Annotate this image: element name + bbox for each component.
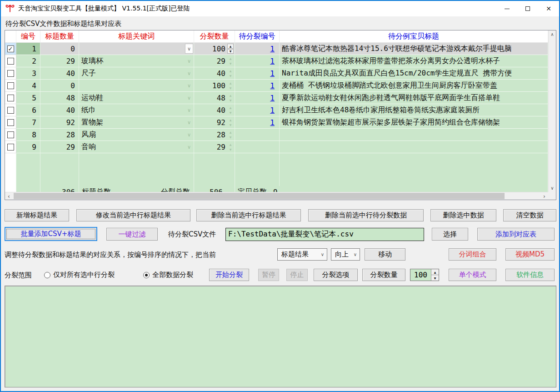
split-options-button[interactable]: 分裂选项 bbox=[314, 269, 358, 281]
close-button[interactable]: ✕ bbox=[538, 1, 559, 16]
row-checkbox-cell[interactable] bbox=[5, 129, 16, 141]
spinner-down-icon[interactable]: ▼ bbox=[227, 147, 234, 152]
row-checkbox[interactable] bbox=[7, 82, 14, 89]
row-keyword-combo[interactable]: 玻璃杯 ∨ bbox=[79, 55, 194, 67]
row-split-count[interactable]: 100 ▲ ▼ bbox=[194, 43, 235, 55]
word-combination-button[interactable]: 分词组合 bbox=[449, 248, 496, 261]
move-target-select[interactable]: 标题结果 ∨ bbox=[277, 248, 327, 261]
row-checkbox[interactable] bbox=[7, 95, 14, 101]
row-keyword-combo[interactable]: 音响 ∨ bbox=[79, 141, 194, 153]
spinner-down-icon[interactable]: ▼ bbox=[227, 49, 234, 54]
video-md5-button[interactable]: 视频MD5 bbox=[505, 248, 555, 261]
scroll-down-icon[interactable]: ∨ bbox=[549, 184, 556, 192]
header-split-no[interactable]: 待分裂编号 bbox=[235, 30, 280, 43]
move-button[interactable]: 移动 bbox=[365, 248, 405, 261]
spinner-up-icon[interactable]: ▲ bbox=[227, 56, 234, 61]
radio-split-selected-rows[interactable]: 仅对所有选中行分裂 bbox=[44, 269, 115, 281]
split-count-value[interactable]: 100 bbox=[410, 269, 431, 281]
split-no-link[interactable]: 1 bbox=[270, 94, 275, 102]
maximize-button[interactable] bbox=[517, 1, 538, 16]
row-keyword-combo[interactable]: 尺子 ∨ bbox=[79, 67, 194, 80]
row-keyword-combo[interactable]: 运动鞋 ∨ bbox=[79, 92, 194, 104]
row-keyword-combo[interactable]: 风扇 ∨ bbox=[79, 129, 194, 141]
row-checkbox-cell[interactable] bbox=[5, 80, 16, 92]
row-split-spinner[interactable]: ▲ ▼ bbox=[227, 56, 234, 66]
chevron-down-icon[interactable]: ∨ bbox=[185, 130, 193, 140]
row-split-spinner[interactable]: ▲ ▼ bbox=[227, 68, 234, 78]
row-checkbox-cell[interactable] bbox=[5, 67, 16, 80]
add-title-result-button[interactable]: 新增标题结果 bbox=[5, 209, 69, 221]
spinner-down-icon[interactable]: ▼ bbox=[227, 98, 234, 103]
delete-checked-data-button[interactable]: 删除选中数据 bbox=[430, 209, 496, 221]
spinner-up-icon[interactable]: ▲ bbox=[227, 93, 234, 98]
horizontal-scrollbar[interactable]: ‹ › bbox=[5, 192, 548, 200]
header-keyword[interactable]: 标题关键词 bbox=[79, 30, 194, 43]
row-keyword-combo[interactable]: ∨ bbox=[79, 43, 194, 55]
choose-file-button[interactable]: 选择 bbox=[432, 228, 468, 241]
table-row[interactable]: 3 40 尺子 ∨ 40 ▲ ▼ 1 Narita成田良品文具双面直尺白色15c… bbox=[5, 67, 548, 80]
row-checkbox-cell[interactable] bbox=[5, 141, 16, 153]
spinner-up-icon[interactable]: ▲ bbox=[227, 142, 234, 147]
radio-split-all-data[interactable]: 全部数据分裂 bbox=[143, 269, 193, 281]
start-split-button[interactable]: 开始分裂 bbox=[209, 269, 249, 281]
split-no-link[interactable]: 1 bbox=[270, 118, 275, 127]
row-split-count[interactable]: 29 ▲ ▼ bbox=[194, 55, 235, 67]
minimize-button[interactable] bbox=[496, 1, 517, 16]
row-checkbox[interactable] bbox=[7, 119, 14, 126]
batch-add-csv-title-button[interactable]: 批量添加CSV+标题 bbox=[5, 227, 97, 241]
spinner-up-icon[interactable]: ▲ bbox=[227, 68, 234, 73]
spinner-down-icon[interactable]: ▼ bbox=[431, 275, 439, 281]
row-checkbox[interactable] bbox=[7, 144, 14, 151]
row-checkbox[interactable] bbox=[7, 131, 14, 138]
spinner-up-icon[interactable]: ▲ bbox=[227, 105, 234, 110]
chevron-down-icon[interactable]: ∨ bbox=[185, 105, 193, 115]
vertical-scrollbar[interactable]: ∧ ∨ bbox=[548, 30, 556, 192]
spinner-down-icon[interactable]: ▼ bbox=[227, 122, 234, 127]
row-split-count[interactable]: 29 ▲ ▼ bbox=[194, 141, 235, 153]
chevron-down-icon[interactable]: ∨ bbox=[185, 56, 193, 66]
chevron-down-icon[interactable]: ∨ bbox=[185, 68, 193, 78]
scroll-right-icon[interactable]: › bbox=[540, 192, 548, 200]
row-checkbox[interactable]: ✓ bbox=[7, 45, 14, 52]
spinner-down-icon[interactable]: ▼ bbox=[227, 135, 234, 140]
header-split-count[interactable]: 分裂数量 bbox=[194, 30, 235, 43]
hscroll-thumb[interactable] bbox=[14, 193, 505, 199]
table-row[interactable]: 5 48 运动鞋 ∨ 48 ▲ ▼ 1 夏季新款运动鞋女鞋休闲跑步鞋透气网鞋韩版… bbox=[5, 92, 548, 104]
split-no-link[interactable]: 1 bbox=[270, 57, 275, 65]
row-split-spinner[interactable]: ▲ ▼ bbox=[227, 93, 234, 103]
row-checkbox[interactable] bbox=[7, 107, 14, 114]
edit-selected-title-result-button[interactable]: 修改当前选中行标题结果 bbox=[76, 209, 190, 221]
output-textarea[interactable] bbox=[5, 286, 556, 387]
scroll-up-icon[interactable]: ∧ bbox=[549, 30, 556, 38]
table-row[interactable]: ✓ 1 0 ∨ 100 ▲ ▼ 1 酷睿冰尊笔记本散热器14寸15.6寸联想华硕… bbox=[5, 43, 548, 55]
spinner-up-icon[interactable]: ▲ bbox=[227, 117, 234, 122]
split-count-stepper[interactable]: 100 ▲ ▼ bbox=[410, 269, 439, 281]
table-row[interactable]: 4 0 ∨ 100 ▲ ▼ 1 麦桶桶 不锈钢垃圾桶脚踏式北欧创意家用卫生间厨房… bbox=[5, 80, 548, 92]
row-split-spinner[interactable]: ▲ ▼ bbox=[227, 44, 234, 54]
one-key-filter-button[interactable]: 一键过滤 bbox=[106, 228, 158, 241]
table-row[interactable]: 8 28 风扇 ∨ 28 ▲ ▼ bbox=[5, 129, 548, 141]
single-mode-button[interactable]: 单个模式 bbox=[449, 269, 496, 281]
radio-icon[interactable] bbox=[44, 272, 50, 278]
chevron-down-icon[interactable]: ∨ bbox=[185, 44, 193, 54]
table-row[interactable]: 6 40 纸巾 ∨ 40 ▲ ▼ 1 好吉利卫生纸本色48卷纸巾家用纸整箱卷筒纸… bbox=[5, 104, 548, 116]
header-title-count[interactable]: 标题数量 bbox=[40, 30, 79, 43]
row-keyword-combo[interactable]: 置物架 ∨ bbox=[79, 116, 194, 129]
row-split-spinner[interactable]: ▲ ▼ bbox=[227, 130, 234, 140]
row-checkbox-cell[interactable] bbox=[5, 104, 16, 116]
chevron-down-icon[interactable]: ∨ bbox=[185, 93, 193, 103]
spinner-down-icon[interactable]: ▼ bbox=[227, 73, 234, 78]
row-split-count[interactable]: 28 ▲ ▼ bbox=[194, 129, 235, 141]
chevron-down-icon[interactable]: ∨ bbox=[185, 117, 193, 127]
row-split-count[interactable]: 40 ▲ ▼ bbox=[194, 104, 235, 116]
split-count-button[interactable]: 分裂数量 bbox=[362, 269, 405, 281]
table-row[interactable]: 9 29 音响 ∨ 29 ▲ ▼ bbox=[5, 141, 548, 153]
move-direction-select[interactable]: 向上 ∨ bbox=[331, 248, 360, 261]
split-no-link[interactable]: 1 bbox=[270, 69, 275, 78]
spinner-down-icon[interactable]: ▼ bbox=[227, 85, 234, 90]
split-no-link[interactable]: 1 bbox=[270, 106, 275, 115]
radio-checked-icon[interactable] bbox=[143, 272, 150, 278]
row-split-spinner[interactable]: ▲ ▼ bbox=[227, 117, 234, 127]
spinner-down-icon[interactable]: ▼ bbox=[227, 61, 234, 66]
delete-selected-title-result-button[interactable]: 删除当前选中行标题结果 bbox=[196, 209, 301, 221]
